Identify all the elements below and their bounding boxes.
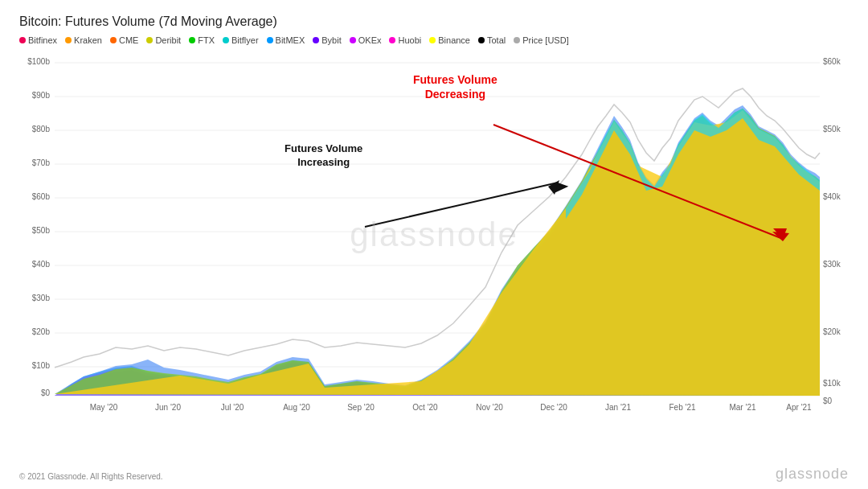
legend-item: CME [110, 35, 138, 45]
footer-logo: glassnode [776, 466, 849, 483]
chart-area: glassnode Futures VolumeDecreasing Futur… [19, 50, 849, 420]
svg-text:$70b: $70b [32, 158, 51, 167]
svg-text:Oct '20: Oct '20 [412, 403, 438, 412]
legend-item: FTX [189, 35, 215, 45]
svg-text:May '20: May '20 [90, 403, 118, 412]
chart-svg: $100b $90b $80b $70b $60b $50b $40b $30b… [19, 50, 849, 420]
svg-text:$0: $0 [41, 388, 51, 397]
svg-text:Mar '21: Mar '21 [729, 403, 755, 412]
svg-text:$100b: $100b [27, 57, 50, 66]
svg-text:$10k: $10k [823, 379, 841, 388]
main-container: Bitcoin: Futures Volume (7d Moving Avera… [0, 0, 868, 489]
legend-item: Bybit [313, 35, 341, 45]
chart-legend: BitfinexKrakenCMEDeribitFTXBitflyerBitME… [19, 35, 849, 45]
svg-text:Sep '20: Sep '20 [347, 403, 375, 412]
svg-text:Feb '21: Feb '21 [669, 403, 695, 412]
svg-text:Nov '20: Nov '20 [476, 403, 503, 412]
legend-item: Deribit [146, 35, 181, 45]
svg-text:$80b: $80b [32, 125, 51, 134]
chart-title: Bitcoin: Futures Volume (7d Moving Avera… [19, 14, 849, 29]
svg-text:$20b: $20b [32, 327, 51, 336]
svg-text:Aug '20: Aug '20 [283, 403, 310, 412]
annotation-increasing: Futures VolumeIncreasing [285, 142, 362, 170]
footer-copyright: © 2021 Glassnode. All Rights Reserved. [19, 472, 163, 481]
svg-line-41 [365, 183, 558, 227]
legend-item: BitMEX [267, 35, 305, 45]
svg-text:Jun '20: Jun '20 [155, 403, 181, 412]
svg-text:$0: $0 [823, 397, 833, 405]
legend-item: Price [USD] [514, 35, 568, 45]
svg-text:$60k: $60k [823, 57, 841, 66]
svg-text:Apr '21: Apr '21 [786, 403, 812, 412]
svg-text:Jul '20: Jul '20 [221, 403, 244, 412]
legend-item: Kraken [65, 35, 102, 45]
svg-text:$90b: $90b [32, 91, 51, 100]
svg-text:$50k: $50k [823, 125, 841, 134]
svg-text:$10b: $10b [32, 361, 51, 370]
legend-item: Bitfinex [19, 35, 57, 45]
legend-item: OKEx [350, 35, 382, 45]
svg-text:$40k: $40k [823, 192, 841, 201]
svg-text:$20k: $20k [823, 327, 841, 336]
svg-text:$30b: $30b [32, 294, 51, 302]
svg-text:$30k: $30k [823, 260, 841, 269]
svg-text:Dec '20: Dec '20 [540, 403, 567, 412]
legend-item: Binance [429, 35, 470, 45]
svg-text:$40b: $40b [32, 260, 51, 269]
svg-text:$50b: $50b [32, 226, 51, 235]
legend-item: Huobi [389, 35, 421, 45]
legend-item: Bitflyer [223, 35, 259, 45]
svg-text:$60b: $60b [32, 192, 51, 201]
legend-item: Total [478, 35, 506, 45]
annotation-decreasing: Futures VolumeDecreasing [413, 72, 497, 101]
svg-text:Jan '21: Jan '21 [605, 403, 631, 412]
